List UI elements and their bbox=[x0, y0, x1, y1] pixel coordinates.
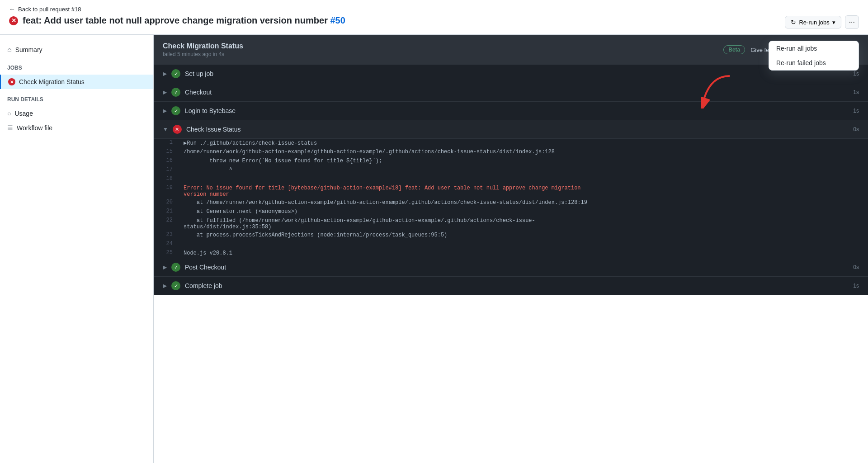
log-line-num: 21 bbox=[154, 208, 176, 214]
log-line: 17 ^ bbox=[154, 166, 868, 175]
log-line: 19 Error: No issue found for title [byte… bbox=[154, 184, 868, 198]
rerun-btn-label: Re-run jobs bbox=[799, 19, 829, 26]
log-line-num: 1 bbox=[154, 139, 176, 146]
step-duration-setup: 1s bbox=[853, 71, 859, 77]
rerun-failed-jobs-label: Re-run failed jobs bbox=[776, 59, 826, 66]
step-row-setup[interactable]: ▶ ✓ Set up job 1s bbox=[154, 65, 868, 83]
file-icon: ☰ bbox=[7, 124, 13, 132]
step-success-icon: ✓ bbox=[171, 69, 180, 78]
usage-label: Usage bbox=[14, 110, 33, 117]
log-line-num: 23 bbox=[154, 232, 176, 238]
log-line: 16 throw new Error(`No issue found for t… bbox=[154, 157, 868, 166]
log-line-content bbox=[184, 241, 859, 241]
log-line-content: at Generator.next (<anonymous>) bbox=[184, 208, 859, 215]
log-line: 21 at Generator.next (<anonymous>) bbox=[154, 208, 868, 217]
step-row-post-checkout[interactable]: ▶ ✓ Post Checkout 0s bbox=[154, 258, 868, 277]
more-options-button[interactable]: ··· bbox=[845, 15, 859, 29]
log-line-num: 16 bbox=[154, 157, 176, 164]
step-chevron-icon: ▶ bbox=[163, 264, 167, 270]
log-line: 23 at process.processTicksAndRejections … bbox=[154, 231, 868, 240]
job-header-title: Check Migration Status bbox=[163, 42, 243, 50]
more-btn-label: ··· bbox=[849, 18, 855, 26]
arrow-indicator bbox=[701, 72, 737, 110]
back-link-text: Back to pull request #18 bbox=[18, 6, 81, 13]
log-line-content: throw new Error(`No issue found for titl… bbox=[184, 157, 859, 165]
arrow-svg bbox=[701, 72, 737, 109]
sidebar-item-check-migration[interactable]: ✕ Check Migration Status bbox=[0, 75, 153, 89]
log-line: 1 ▶Run ./.github/actions/check-issue-sta… bbox=[154, 139, 868, 148]
workflow-file-label: Workflow file bbox=[17, 124, 52, 132]
sidebar-item-workflow-file[interactable]: ☰ Workflow file bbox=[0, 121, 153, 135]
log-line-content: Node.js v20.8.1 bbox=[184, 250, 859, 257]
step-row-check-issue[interactable]: ▼ ✕ Check Issue Status 0s bbox=[154, 120, 868, 139]
log-line-num: 19 bbox=[154, 184, 176, 191]
step-row-checkout[interactable]: ▶ ✓ Checkout 1s bbox=[154, 83, 868, 102]
dropdown-menu: Re-run all jobs Re-run failed jobs bbox=[769, 41, 859, 71]
step-duration-post-checkout: 0s bbox=[853, 264, 859, 270]
title-with-icon: ✕ feat: Add user table not null approve … bbox=[9, 15, 345, 26]
log-line-num: 24 bbox=[154, 241, 176, 247]
step-name-setup: Set up job bbox=[185, 70, 853, 77]
rerun-all-jobs-item[interactable]: Re-run all jobs bbox=[769, 41, 859, 56]
sidebar: ⌂ Summary Jobs ✕ Check Migration Status … bbox=[0, 35, 154, 463]
log-line: 24 bbox=[154, 240, 868, 249]
log-line: 20 at /home/runner/work/github-action-ex… bbox=[154, 198, 868, 208]
log-line-content: at /home/runner/work/github-action-examp… bbox=[184, 199, 859, 206]
error-status-icon: ✕ bbox=[9, 16, 18, 25]
step-name-checkout: Checkout bbox=[185, 89, 853, 96]
top-actions: ↻ Re-run jobs ▾ ··· bbox=[785, 15, 859, 29]
back-link[interactable]: ← Back to pull request #18 bbox=[9, 5, 859, 13]
step-duration-check-issue: 0s bbox=[853, 126, 859, 132]
steps-container: ▶ ✓ Set up job 1s ▶ ✓ Checkout 1s ▶ ✓ Lo… bbox=[154, 65, 868, 295]
jobs-section-label: Jobs bbox=[0, 61, 153, 75]
log-line-num: 18 bbox=[154, 175, 176, 182]
step-chevron-icon: ▼ bbox=[163, 126, 168, 132]
step-chevron-icon: ▶ bbox=[163, 89, 167, 95]
sidebar-item-usage[interactable]: ○ Usage bbox=[0, 106, 153, 121]
main-content: Check Migration Status failed 5 minutes … bbox=[154, 35, 868, 463]
log-line: 25 Node.js v20.8.1 bbox=[154, 249, 868, 258]
log-line-content bbox=[184, 175, 859, 176]
rerun-failed-jobs-item[interactable]: Re-run failed jobs bbox=[769, 56, 859, 70]
log-line-content: Error: No issue found for title [bytebas… bbox=[184, 184, 859, 198]
rerun-icon: ↻ bbox=[791, 19, 796, 26]
page-title: feat: Add user table not null approve ch… bbox=[23, 15, 345, 26]
check-migration-label: Check Migration Status bbox=[19, 78, 85, 85]
back-arrow-icon: ← bbox=[9, 5, 15, 13]
log-line-content: at process.processTicksAndRejections (no… bbox=[184, 232, 859, 239]
step-name-check-issue: Check Issue Status bbox=[186, 126, 853, 133]
header-top: ← Back to pull request #18 bbox=[0, 0, 868, 13]
log-line-num: 22 bbox=[154, 217, 176, 223]
step-name-post-checkout: Post Checkout bbox=[185, 264, 853, 271]
log-line-content: ▶Run ./.github/actions/check-issue-statu… bbox=[184, 139, 859, 147]
job-header-subtitle: failed 5 minutes ago in 4s bbox=[163, 51, 243, 57]
clock-icon: ○ bbox=[7, 110, 11, 117]
pr-title-text: feat: Add user table not null approve ch… bbox=[23, 15, 328, 25]
step-chevron-icon: ▶ bbox=[163, 108, 167, 114]
sidebar-item-summary[interactable]: ⌂ Summary bbox=[0, 42, 153, 57]
job-error-icon: ✕ bbox=[8, 78, 15, 85]
step-row-login[interactable]: ▶ ✓ Login to Bytebase 1s bbox=[154, 102, 868, 120]
step-row-complete[interactable]: ▶ ✓ Complete job 1s bbox=[154, 277, 868, 295]
log-line-num: 25 bbox=[154, 250, 176, 256]
rerun-jobs-button[interactable]: ↻ Re-run jobs ▾ bbox=[785, 16, 841, 28]
beta-badge: Beta bbox=[723, 45, 745, 54]
log-line-num: 15 bbox=[154, 148, 176, 155]
log-line-content: /home/runner/work/github-action-example/… bbox=[184, 148, 859, 156]
step-success-icon: ✓ bbox=[171, 88, 180, 97]
job-header-left: Check Migration Status failed 5 minutes … bbox=[163, 42, 243, 57]
log-line-num: 17 bbox=[154, 166, 176, 173]
header-title-area: ✕ feat: Add user table not null approve … bbox=[0, 13, 868, 35]
step-name-complete: Complete job bbox=[185, 282, 853, 289]
run-details-label: Run details bbox=[0, 93, 153, 106]
step-duration-checkout: 1s bbox=[853, 89, 859, 95]
log-content: 1 ▶Run ./.github/actions/check-issue-sta… bbox=[154, 139, 868, 258]
step-success-icon: ✓ bbox=[171, 281, 180, 290]
pr-number: #50 bbox=[330, 15, 345, 25]
step-duration-complete: 1s bbox=[853, 283, 859, 289]
step-success-icon: ✓ bbox=[171, 106, 180, 115]
step-error-icon: ✕ bbox=[173, 125, 182, 134]
log-line: 15 /home/runner/work/github-action-examp… bbox=[154, 148, 868, 157]
step-duration-login: 1s bbox=[853, 108, 859, 114]
log-line: 22 at fulfilled (/home/runner/work/githu… bbox=[154, 217, 868, 231]
